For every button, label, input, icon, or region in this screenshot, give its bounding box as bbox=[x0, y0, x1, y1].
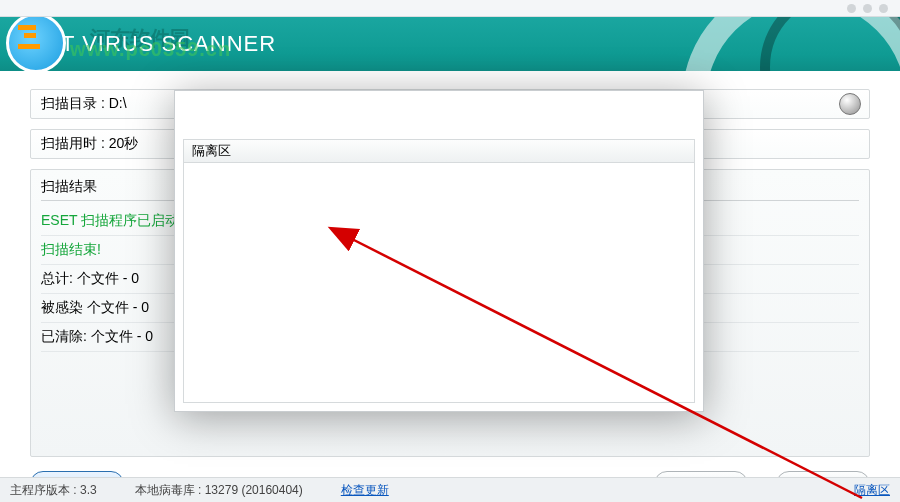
scan-time-label: 扫描用时 : 20秒 bbox=[31, 135, 138, 153]
watermark-text-2: www.pc0359.cn bbox=[70, 38, 231, 61]
system-titlebar bbox=[0, 0, 900, 17]
scan-directory-label: 扫描目录 : D:\ bbox=[31, 95, 127, 113]
quarantine-dialog: 隔离区 bbox=[174, 90, 704, 412]
quarantine-link[interactable]: 隔离区 bbox=[854, 482, 890, 499]
quarantine-list[interactable]: 隔离区 bbox=[183, 139, 695, 403]
check-update-link[interactable]: 检查更新 bbox=[341, 482, 389, 499]
status-virus-db: 本地病毒库 : 13279 (20160404) bbox=[135, 482, 303, 499]
status-bar: 主程序版本 : 3.3 本地病毒库 : 13279 (20160404) 检查更… bbox=[0, 477, 900, 502]
quarantine-dialog-title: 隔离区 bbox=[184, 140, 694, 163]
status-version: 主程序版本 : 3.3 bbox=[10, 482, 97, 499]
maximize-button[interactable] bbox=[863, 4, 872, 13]
browse-button[interactable] bbox=[839, 93, 861, 115]
minimize-button[interactable] bbox=[847, 4, 856, 13]
app-window: 河东软件园 ESET VIRUS SCANNER www.pc0359.cn 扫… bbox=[0, 0, 900, 502]
close-button[interactable] bbox=[879, 4, 888, 13]
watermark-logo-icon bbox=[18, 25, 40, 52]
header-decoration-icon bbox=[760, 17, 900, 71]
